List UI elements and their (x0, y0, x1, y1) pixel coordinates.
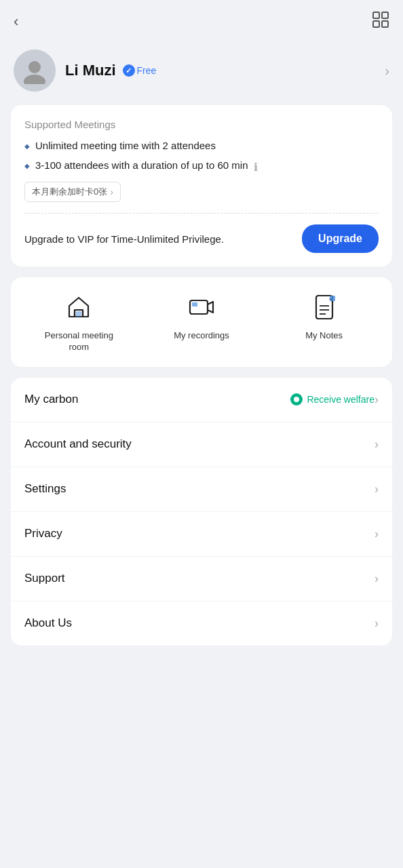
menu-label-account-security: Account and security (24, 437, 132, 451)
upgrade-button[interactable]: Upgrade (302, 224, 379, 253)
menu-item-privacy[interactable]: Privacy › (11, 512, 392, 557)
meetings-title: Supported Meetings (24, 119, 379, 130)
video-icon (185, 291, 218, 323)
svg-marker-9 (208, 302, 213, 313)
svg-rect-3 (382, 21, 388, 27)
svg-point-5 (24, 75, 45, 84)
svg-rect-2 (373, 21, 379, 27)
welfare-label: Receive welfare (307, 394, 375, 405)
menu-item-settings[interactable]: Settings › (11, 467, 392, 512)
menu-chevron-privacy: › (375, 527, 379, 541)
menu-item-support[interactable]: Support › (11, 557, 392, 601)
voucher-row[interactable]: 本月剩余加时卡0张 › (24, 182, 379, 202)
menu-label-privacy: Privacy (24, 527, 62, 540)
voucher-arrow: › (110, 186, 113, 197)
menu-chevron-support: › (375, 572, 379, 586)
meeting-item-1: ◆ Unlimited meeting time with 2 attendee… (24, 140, 379, 151)
menu-chevron-account-security: › (375, 437, 379, 452)
notes-icon (308, 291, 341, 323)
welfare-badge: Receive welfare (290, 393, 375, 406)
avatar (14, 50, 56, 92)
free-badge: ✓ Free (123, 64, 157, 77)
expand-icon[interactable] (372, 11, 389, 32)
menu-card: My carbon Receive welfare › Account and … (11, 378, 392, 646)
profile-section[interactable]: Li Muzi ✓ Free › (0, 43, 403, 105)
shortcut-personal-meeting-room[interactable]: Personal meetingroom (18, 291, 140, 353)
menu-chevron-about-us: › (375, 616, 379, 631)
shortcuts-card: Personal meetingroom My recordings My No… (11, 277, 392, 367)
menu-item-my-carbon[interactable]: My carbon Receive welfare › (11, 378, 392, 422)
profile-chevron: › (385, 63, 389, 79)
menu-label-about-us: About Us (24, 616, 72, 630)
voucher-text[interactable]: 本月剩余加时卡0张 › (24, 182, 121, 202)
menu-label-my-carbon: My carbon (24, 393, 78, 406)
menu-item-about-us[interactable]: About Us › (11, 601, 392, 646)
verified-icon: ✓ (123, 64, 135, 77)
menu-item-account-security[interactable]: Account and security › (11, 422, 392, 467)
top-bar: ‹ (0, 0, 403, 43)
meeting-item-2: ◆ 3-100 attendees with a duration of up … (24, 159, 379, 174)
profile-info: Li Muzi ✓ Free (65, 62, 385, 79)
house-icon (62, 291, 95, 323)
meeting-text-2: 3-100 attendees with a duration of up to… (35, 159, 248, 171)
svg-rect-10 (192, 302, 197, 307)
svg-point-4 (28, 61, 41, 73)
back-button[interactable]: ‹ (14, 13, 18, 31)
menu-chevron-settings: › (375, 482, 379, 496)
shortcut-label-notes: My Notes (305, 330, 343, 342)
svg-rect-7 (76, 311, 81, 317)
meeting-text-1: Unlimited meeting time with 2 attendees (35, 140, 216, 151)
welfare-dot-icon (290, 393, 303, 406)
card-divider (24, 213, 379, 214)
profile-name: Li Muzi (65, 62, 116, 79)
menu-label-support: Support (24, 572, 65, 585)
shortcut-label-recordings: My recordings (174, 330, 229, 342)
free-label: Free (137, 65, 157, 76)
menu-chevron-my-carbon: › (375, 393, 379, 407)
shortcut-my-notes[interactable]: My Notes (263, 291, 385, 353)
meetings-card: Supported Meetings ◆ Unlimited meeting t… (11, 105, 392, 267)
shortcut-label-personal: Personal meetingroom (45, 330, 113, 353)
upgrade-text: Upgrade to VIP for Time-Unlimited Privil… (24, 232, 294, 246)
diamond-icon-2: ◆ (24, 162, 30, 170)
menu-label-settings: Settings (24, 482, 66, 496)
shortcut-my-recordings[interactable]: My recordings (141, 291, 263, 353)
upgrade-row: Upgrade to VIP for Time-Unlimited Privil… (24, 224, 379, 253)
svg-rect-8 (190, 300, 208, 314)
svg-rect-1 (382, 12, 388, 18)
info-icon[interactable]: ℹ (254, 161, 258, 174)
svg-rect-0 (373, 12, 379, 18)
svg-rect-12 (330, 296, 335, 301)
diamond-icon-1: ◆ (24, 142, 30, 150)
